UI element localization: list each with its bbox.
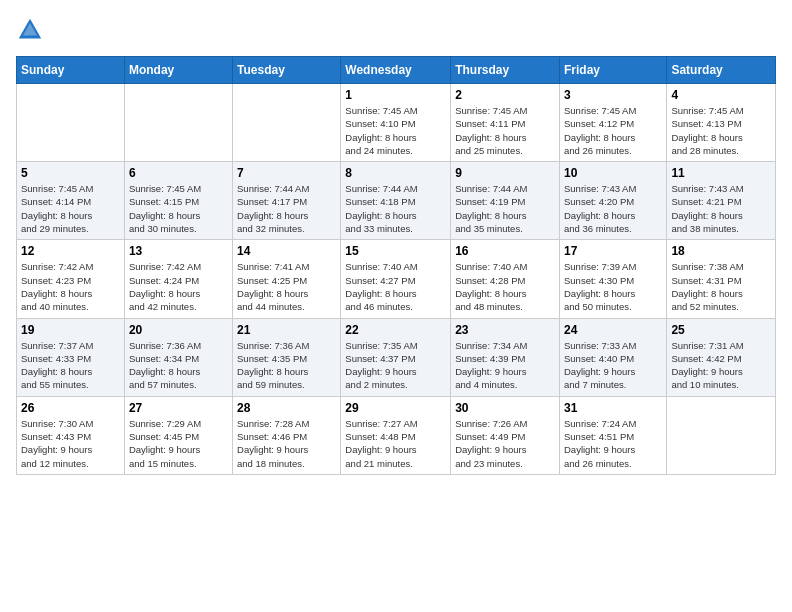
day-number: 16 bbox=[455, 244, 555, 258]
calendar-cell: 15Sunrise: 7:40 AM Sunset: 4:27 PM Dayli… bbox=[341, 240, 451, 318]
calendar-cell bbox=[233, 84, 341, 162]
day-number: 18 bbox=[671, 244, 771, 258]
day-number: 15 bbox=[345, 244, 446, 258]
calendar-cell: 9Sunrise: 7:44 AM Sunset: 4:19 PM Daylig… bbox=[451, 162, 560, 240]
logo bbox=[16, 16, 48, 44]
day-info: Sunrise: 7:39 AM Sunset: 4:30 PM Dayligh… bbox=[564, 260, 662, 313]
calendar-cell: 11Sunrise: 7:43 AM Sunset: 4:21 PM Dayli… bbox=[667, 162, 776, 240]
day-info: Sunrise: 7:34 AM Sunset: 4:39 PM Dayligh… bbox=[455, 339, 555, 392]
day-info: Sunrise: 7:43 AM Sunset: 4:21 PM Dayligh… bbox=[671, 182, 771, 235]
week-row-1: 5Sunrise: 7:45 AM Sunset: 4:14 PM Daylig… bbox=[17, 162, 776, 240]
calendar-cell: 21Sunrise: 7:36 AM Sunset: 4:35 PM Dayli… bbox=[233, 318, 341, 396]
day-number: 27 bbox=[129, 401, 228, 415]
calendar-cell: 8Sunrise: 7:44 AM Sunset: 4:18 PM Daylig… bbox=[341, 162, 451, 240]
calendar-cell bbox=[667, 396, 776, 474]
calendar-cell bbox=[17, 84, 125, 162]
day-number: 28 bbox=[237, 401, 336, 415]
day-info: Sunrise: 7:41 AM Sunset: 4:25 PM Dayligh… bbox=[237, 260, 336, 313]
calendar-cell: 27Sunrise: 7:29 AM Sunset: 4:45 PM Dayli… bbox=[124, 396, 232, 474]
calendar-cell: 26Sunrise: 7:30 AM Sunset: 4:43 PM Dayli… bbox=[17, 396, 125, 474]
day-number: 1 bbox=[345, 88, 446, 102]
header-friday: Friday bbox=[559, 57, 666, 84]
day-info: Sunrise: 7:40 AM Sunset: 4:27 PM Dayligh… bbox=[345, 260, 446, 313]
calendar-header-row: SundayMondayTuesdayWednesdayThursdayFrid… bbox=[17, 57, 776, 84]
calendar-cell: 14Sunrise: 7:41 AM Sunset: 4:25 PM Dayli… bbox=[233, 240, 341, 318]
calendar-cell: 18Sunrise: 7:38 AM Sunset: 4:31 PM Dayli… bbox=[667, 240, 776, 318]
calendar-cell: 1Sunrise: 7:45 AM Sunset: 4:10 PM Daylig… bbox=[341, 84, 451, 162]
calendar-cell: 5Sunrise: 7:45 AM Sunset: 4:14 PM Daylig… bbox=[17, 162, 125, 240]
week-row-3: 19Sunrise: 7:37 AM Sunset: 4:33 PM Dayli… bbox=[17, 318, 776, 396]
calendar-cell: 6Sunrise: 7:45 AM Sunset: 4:15 PM Daylig… bbox=[124, 162, 232, 240]
day-number: 11 bbox=[671, 166, 771, 180]
page-header bbox=[16, 16, 776, 44]
day-number: 23 bbox=[455, 323, 555, 337]
day-number: 8 bbox=[345, 166, 446, 180]
calendar-cell: 16Sunrise: 7:40 AM Sunset: 4:28 PM Dayli… bbox=[451, 240, 560, 318]
day-number: 4 bbox=[671, 88, 771, 102]
day-info: Sunrise: 7:45 AM Sunset: 4:15 PM Dayligh… bbox=[129, 182, 228, 235]
day-info: Sunrise: 7:44 AM Sunset: 4:18 PM Dayligh… bbox=[345, 182, 446, 235]
day-info: Sunrise: 7:43 AM Sunset: 4:20 PM Dayligh… bbox=[564, 182, 662, 235]
calendar-cell: 30Sunrise: 7:26 AM Sunset: 4:49 PM Dayli… bbox=[451, 396, 560, 474]
calendar-cell: 23Sunrise: 7:34 AM Sunset: 4:39 PM Dayli… bbox=[451, 318, 560, 396]
day-number: 21 bbox=[237, 323, 336, 337]
day-info: Sunrise: 7:28 AM Sunset: 4:46 PM Dayligh… bbox=[237, 417, 336, 470]
header-sunday: Sunday bbox=[17, 57, 125, 84]
day-number: 10 bbox=[564, 166, 662, 180]
day-info: Sunrise: 7:31 AM Sunset: 4:42 PM Dayligh… bbox=[671, 339, 771, 392]
day-number: 20 bbox=[129, 323, 228, 337]
day-info: Sunrise: 7:42 AM Sunset: 4:23 PM Dayligh… bbox=[21, 260, 120, 313]
calendar-cell: 7Sunrise: 7:44 AM Sunset: 4:17 PM Daylig… bbox=[233, 162, 341, 240]
week-row-0: 1Sunrise: 7:45 AM Sunset: 4:10 PM Daylig… bbox=[17, 84, 776, 162]
calendar: SundayMondayTuesdayWednesdayThursdayFrid… bbox=[16, 56, 776, 475]
calendar-cell: 20Sunrise: 7:36 AM Sunset: 4:34 PM Dayli… bbox=[124, 318, 232, 396]
header-wednesday: Wednesday bbox=[341, 57, 451, 84]
header-tuesday: Tuesday bbox=[233, 57, 341, 84]
day-number: 9 bbox=[455, 166, 555, 180]
day-number: 7 bbox=[237, 166, 336, 180]
day-info: Sunrise: 7:45 AM Sunset: 4:12 PM Dayligh… bbox=[564, 104, 662, 157]
day-info: Sunrise: 7:40 AM Sunset: 4:28 PM Dayligh… bbox=[455, 260, 555, 313]
calendar-cell: 3Sunrise: 7:45 AM Sunset: 4:12 PM Daylig… bbox=[559, 84, 666, 162]
day-number: 6 bbox=[129, 166, 228, 180]
day-number: 29 bbox=[345, 401, 446, 415]
day-number: 3 bbox=[564, 88, 662, 102]
calendar-cell: 25Sunrise: 7:31 AM Sunset: 4:42 PM Dayli… bbox=[667, 318, 776, 396]
day-number: 25 bbox=[671, 323, 771, 337]
day-number: 19 bbox=[21, 323, 120, 337]
day-info: Sunrise: 7:27 AM Sunset: 4:48 PM Dayligh… bbox=[345, 417, 446, 470]
day-info: Sunrise: 7:45 AM Sunset: 4:14 PM Dayligh… bbox=[21, 182, 120, 235]
day-number: 31 bbox=[564, 401, 662, 415]
day-info: Sunrise: 7:29 AM Sunset: 4:45 PM Dayligh… bbox=[129, 417, 228, 470]
header-thursday: Thursday bbox=[451, 57, 560, 84]
day-info: Sunrise: 7:42 AM Sunset: 4:24 PM Dayligh… bbox=[129, 260, 228, 313]
calendar-cell: 2Sunrise: 7:45 AM Sunset: 4:11 PM Daylig… bbox=[451, 84, 560, 162]
day-info: Sunrise: 7:37 AM Sunset: 4:33 PM Dayligh… bbox=[21, 339, 120, 392]
calendar-cell: 12Sunrise: 7:42 AM Sunset: 4:23 PM Dayli… bbox=[17, 240, 125, 318]
header-monday: Monday bbox=[124, 57, 232, 84]
calendar-cell: 10Sunrise: 7:43 AM Sunset: 4:20 PM Dayli… bbox=[559, 162, 666, 240]
calendar-cell: 24Sunrise: 7:33 AM Sunset: 4:40 PM Dayli… bbox=[559, 318, 666, 396]
calendar-cell: 31Sunrise: 7:24 AM Sunset: 4:51 PM Dayli… bbox=[559, 396, 666, 474]
day-number: 17 bbox=[564, 244, 662, 258]
calendar-cell: 29Sunrise: 7:27 AM Sunset: 4:48 PM Dayli… bbox=[341, 396, 451, 474]
day-number: 12 bbox=[21, 244, 120, 258]
day-info: Sunrise: 7:24 AM Sunset: 4:51 PM Dayligh… bbox=[564, 417, 662, 470]
day-info: Sunrise: 7:38 AM Sunset: 4:31 PM Dayligh… bbox=[671, 260, 771, 313]
day-info: Sunrise: 7:26 AM Sunset: 4:49 PM Dayligh… bbox=[455, 417, 555, 470]
day-info: Sunrise: 7:45 AM Sunset: 4:11 PM Dayligh… bbox=[455, 104, 555, 157]
week-row-2: 12Sunrise: 7:42 AM Sunset: 4:23 PM Dayli… bbox=[17, 240, 776, 318]
calendar-cell: 4Sunrise: 7:45 AM Sunset: 4:13 PM Daylig… bbox=[667, 84, 776, 162]
day-number: 22 bbox=[345, 323, 446, 337]
day-info: Sunrise: 7:36 AM Sunset: 4:35 PM Dayligh… bbox=[237, 339, 336, 392]
header-saturday: Saturday bbox=[667, 57, 776, 84]
day-number: 5 bbox=[21, 166, 120, 180]
day-info: Sunrise: 7:36 AM Sunset: 4:34 PM Dayligh… bbox=[129, 339, 228, 392]
day-number: 13 bbox=[129, 244, 228, 258]
calendar-cell: 22Sunrise: 7:35 AM Sunset: 4:37 PM Dayli… bbox=[341, 318, 451, 396]
day-info: Sunrise: 7:35 AM Sunset: 4:37 PM Dayligh… bbox=[345, 339, 446, 392]
logo-icon bbox=[16, 16, 44, 44]
day-number: 26 bbox=[21, 401, 120, 415]
calendar-cell: 17Sunrise: 7:39 AM Sunset: 4:30 PM Dayli… bbox=[559, 240, 666, 318]
calendar-cell: 19Sunrise: 7:37 AM Sunset: 4:33 PM Dayli… bbox=[17, 318, 125, 396]
